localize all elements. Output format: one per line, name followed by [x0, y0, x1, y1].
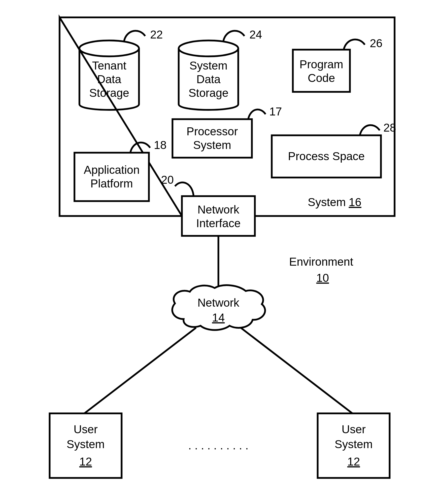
processor-system-ref: 17	[269, 105, 282, 118]
application-platform-label2: Platform	[90, 177, 133, 190]
user-system-right: User System 12	[318, 413, 390, 478]
process-space: Process Space 28	[272, 121, 396, 178]
svg-rect-2	[293, 50, 350, 92]
system-data-storage-ref: 24	[249, 28, 262, 41]
svg-point-1	[179, 40, 238, 56]
network-interface-label2: Interface	[196, 217, 241, 230]
user-system-right-label2: System	[335, 438, 372, 451]
environment-ref: 10	[316, 271, 329, 284]
network-interface-ref: 20	[161, 173, 174, 186]
system-data-storage-label1: System	[189, 59, 227, 72]
user-system-left-label2: System	[67, 438, 104, 451]
user-system-right-ref: 12	[347, 455, 360, 468]
system-label-text: System	[308, 196, 346, 209]
svg-rect-6	[182, 196, 255, 236]
network-ref: 14	[212, 311, 225, 324]
processor-system: Processor System 17	[172, 105, 282, 158]
environment-label-text: Environment	[289, 255, 353, 268]
system-data-storage-label2: Data	[196, 73, 221, 86]
system-data-storage-label3: Storage	[188, 86, 228, 99]
processor-system-label2: System	[193, 139, 231, 151]
user-system-left: User System 12	[50, 413, 122, 478]
program-code-ref: 26	[370, 37, 382, 50]
tenant-data-storage-ref: 22	[150, 28, 163, 41]
application-platform-label1: Application	[84, 163, 139, 176]
tenant-data-storage-label3: Storage	[89, 86, 129, 99]
program-code-label1: Program	[300, 58, 343, 71]
system-data-storage: System Data Storage 24	[179, 28, 262, 110]
tenant-data-storage-label1: Tenant	[92, 59, 126, 72]
process-space-ref: 28	[383, 121, 396, 134]
svg-point-0	[79, 40, 139, 56]
program-code-label2: Code	[308, 72, 335, 84]
program-code: Program Code 26	[293, 37, 382, 92]
user-system-left-ref: 12	[79, 455, 92, 468]
network-label: Network	[198, 296, 240, 309]
network-interface-label1: Network	[198, 203, 240, 216]
tenant-data-storage: Tenant Data Storage 22	[79, 28, 163, 110]
user-system-right-label1: User	[341, 423, 366, 436]
environment-label: Environment 10	[289, 255, 353, 284]
connector-network-user-right	[241, 328, 352, 413]
network-cloud: Network 14	[172, 285, 265, 330]
diagram-canvas: Tenant Data Storage 22 System Data Stora…	[0, 0, 440, 504]
system-label: System 16	[308, 196, 361, 209]
user-system-left-label1: User	[73, 423, 98, 436]
connector-network-user-left	[84, 328, 196, 413]
process-space-label: Process Space	[288, 150, 365, 163]
ellipsis: . . . . . . . . . .	[188, 439, 249, 452]
tenant-data-storage-label2: Data	[97, 73, 121, 86]
system-ref: 16	[349, 196, 361, 209]
application-platform-ref: 18	[154, 139, 167, 151]
processor-system-label1: Processor	[186, 125, 238, 138]
